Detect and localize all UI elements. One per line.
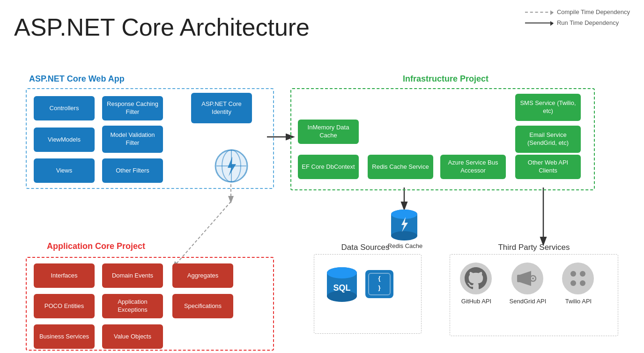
svg-text:SQL: SQL — [333, 283, 350, 293]
svg-point-30 — [580, 271, 585, 277]
runtime-label: Run Time Dependency — [557, 19, 619, 26]
domain-events-btn[interactable]: Domain Events — [102, 263, 163, 288]
sql-icon: SQL — [326, 266, 358, 306]
svg-point-13 — [391, 210, 417, 219]
svg-point-31 — [570, 280, 576, 286]
sendgrid-icon — [511, 262, 544, 297]
poco-entities-btn[interactable]: POCO Entities — [34, 294, 95, 318]
email-service-btn[interactable]: Email Service (SendGrid, etc) — [515, 126, 581, 153]
sms-service-btn[interactable]: SMS Service (Twilio, etc) — [515, 94, 581, 121]
page-title: ASP.NET Core Architecture — [14, 13, 310, 41]
dashed-arrow-icon — [525, 12, 553, 13]
response-caching-btn[interactable]: Response Caching Filter — [102, 96, 163, 120]
legend: Compile Time Dependency Run Time Depende… — [525, 8, 630, 26]
redis-label: Redis Cache — [384, 242, 426, 249]
viewmodels-btn[interactable]: ViewModels — [34, 128, 95, 152]
github-api-label: GitHub API — [455, 298, 497, 305]
interfaces-btn[interactable]: Interfaces — [34, 263, 95, 288]
svg-point-17 — [327, 267, 357, 278]
aggregates-btn[interactable]: Aggregates — [172, 263, 233, 288]
model-validation-btn[interactable]: Model Validation Filter — [102, 126, 163, 153]
app-core-section-label: Application Core Project — [47, 241, 145, 251]
app-exceptions-btn[interactable]: Application Exceptions — [102, 294, 163, 318]
redis-icon — [390, 209, 418, 243]
nosql-icon: { } — [363, 266, 396, 306]
efcore-btn[interactable]: EF Core DbContext — [298, 155, 359, 179]
business-services-btn[interactable]: Business Services — [34, 324, 95, 349]
svg-point-12 — [391, 231, 417, 240]
svg-point-29 — [570, 271, 576, 277]
runtime-legend-item: Run Time Dependency — [525, 19, 630, 26]
sendgrid-api-label: SendGrid API — [507, 298, 549, 305]
infra-section-label: Infrastructure Project — [403, 74, 489, 84]
svg-text:}: } — [378, 284, 380, 291]
other-filters-btn[interactable]: Other Filters — [102, 158, 163, 183]
controllers-btn[interactable]: Controllers — [34, 96, 95, 120]
svg-point-28 — [562, 263, 594, 294]
other-webapi-btn[interactable]: Other Web API Clients — [515, 155, 581, 179]
svg-rect-25 — [517, 275, 521, 282]
svg-point-27 — [532, 278, 534, 279]
aspnet-identity-btn[interactable]: ASP.NET Core Identity — [191, 93, 252, 123]
twilio-icon — [561, 262, 595, 297]
inmemory-btn[interactable]: InMemory Data Cache — [298, 120, 359, 144]
views-btn[interactable]: Views — [34, 158, 95, 183]
compile-label: Compile Time Dependency — [557, 8, 630, 15]
aspnet-section-label: ASP.NET Core Web App — [29, 74, 125, 84]
solid-arrow-icon — [525, 23, 553, 23]
third-party-label: Third Party Services — [468, 243, 600, 252]
compile-legend-item: Compile Time Dependency — [525, 8, 630, 15]
value-objects-btn[interactable]: Value Objects — [102, 324, 163, 349]
aspnet-globe-icon — [215, 149, 248, 183]
redis-cache-service-btn[interactable]: Redis Cache Service — [368, 155, 433, 179]
svg-point-32 — [580, 280, 585, 286]
twilio-api-label: Twilio API — [557, 298, 600, 305]
svg-text:{: { — [378, 275, 380, 282]
azure-service-bus-btn[interactable]: Azure Service Bus Accessor — [440, 155, 506, 179]
github-icon — [459, 262, 493, 297]
specifications-btn[interactable]: Specifications — [172, 294, 233, 318]
